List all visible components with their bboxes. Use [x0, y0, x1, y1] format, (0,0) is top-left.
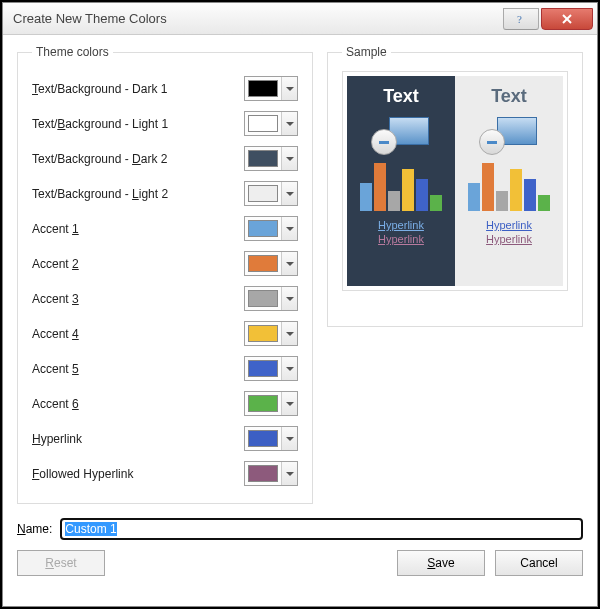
- color-row: Accent 2: [32, 246, 298, 281]
- color-swatch: [248, 80, 278, 97]
- color-dropdown[interactable]: [244, 461, 298, 486]
- chevron-down-icon: [281, 427, 297, 450]
- circle-icon: [371, 129, 397, 155]
- color-swatch: [248, 395, 278, 412]
- color-dropdown[interactable]: [244, 356, 298, 381]
- color-swatch: [248, 115, 278, 132]
- theme-colors-group: Theme colors Text/Background - Dark 1Tex…: [17, 45, 313, 504]
- sample-legend: Sample: [342, 45, 391, 59]
- name-label: Name:: [17, 522, 52, 536]
- chevron-down-icon: [281, 217, 297, 240]
- sample-text-dark: Text: [383, 86, 419, 107]
- sample-shapes-dark: [371, 117, 431, 153]
- reset-button[interactable]: Reset: [17, 550, 105, 576]
- name-row: Name:: [17, 518, 583, 540]
- sample-text-light: Text: [491, 86, 527, 107]
- color-row: Text/Background - Dark 1: [32, 71, 298, 106]
- color-label: Accent 1: [32, 222, 244, 236]
- sample-panel-dark: Text: [347, 76, 455, 286]
- color-swatch: [248, 430, 278, 447]
- sample-group: Sample Text: [327, 45, 583, 327]
- color-label: Hyperlink: [32, 432, 244, 446]
- chevron-down-icon: [281, 322, 297, 345]
- color-dropdown[interactable]: [244, 391, 298, 416]
- sample-shapes-light: [479, 117, 539, 153]
- bar-icon: [510, 169, 522, 211]
- color-swatch: [248, 255, 278, 272]
- chevron-down-icon: [281, 252, 297, 275]
- color-row: Accent 6: [32, 386, 298, 421]
- sample-panel-light: Text: [455, 76, 563, 286]
- color-row: Hyperlink: [32, 421, 298, 456]
- save-button[interactable]: Save: [397, 550, 485, 576]
- sample-followed-hyperlink: Hyperlink: [486, 233, 532, 245]
- color-row: Accent 1: [32, 211, 298, 246]
- chevron-down-icon: [281, 462, 297, 485]
- bar-icon: [496, 191, 508, 211]
- chevron-down-icon: [281, 147, 297, 170]
- color-dropdown[interactable]: [244, 76, 298, 101]
- bar-icon: [402, 169, 414, 211]
- color-swatch: [248, 150, 278, 167]
- dialog-create-theme-colors: Create New Theme Colors ? Theme colors T…: [2, 2, 598, 607]
- color-row: Accent 5: [32, 351, 298, 386]
- sample-hyperlink: Hyperlink: [486, 219, 532, 231]
- color-label: Text/Background - Light 2: [32, 187, 244, 201]
- color-dropdown[interactable]: [244, 321, 298, 346]
- sample-followed-hyperlink: Hyperlink: [378, 233, 424, 245]
- bar-icon: [482, 163, 494, 211]
- chevron-down-icon: [281, 112, 297, 135]
- bar-icon: [360, 183, 372, 211]
- color-dropdown[interactable]: [244, 286, 298, 311]
- chevron-down-icon: [281, 182, 297, 205]
- color-row: Accent 3: [32, 281, 298, 316]
- color-swatch: [248, 185, 278, 202]
- sample-chart-dark: [360, 159, 442, 211]
- close-button[interactable]: [541, 8, 593, 30]
- bar-icon: [430, 195, 442, 211]
- dialog-title: Create New Theme Colors: [13, 11, 503, 26]
- close-icon: [561, 13, 573, 25]
- circle-icon: [479, 129, 505, 155]
- color-row: Text/Background - Light 2: [32, 176, 298, 211]
- color-swatch: [248, 220, 278, 237]
- bar-icon: [524, 179, 536, 211]
- color-swatch: [248, 290, 278, 307]
- color-label: Accent 2: [32, 257, 244, 271]
- color-dropdown[interactable]: [244, 216, 298, 241]
- color-dropdown[interactable]: [244, 251, 298, 276]
- color-label: Accent 4: [32, 327, 244, 341]
- color-label: Text/Background - Light 1: [32, 117, 244, 131]
- name-input[interactable]: [60, 518, 583, 540]
- color-swatch: [248, 360, 278, 377]
- chevron-down-icon: [281, 287, 297, 310]
- bar-icon: [538, 195, 550, 211]
- dialog-content: Theme colors Text/Background - Dark 1Tex…: [3, 35, 597, 606]
- color-label: Accent 3: [32, 292, 244, 306]
- footer: Reset Save Cancel: [17, 550, 583, 576]
- svg-text:?: ?: [517, 13, 522, 25]
- help-icon: ?: [515, 13, 527, 25]
- color-label: Text/Background - Dark 2: [32, 152, 244, 166]
- bar-icon: [388, 191, 400, 211]
- sample-hyperlink: Hyperlink: [378, 219, 424, 231]
- color-row: Followed Hyperlink: [32, 456, 298, 491]
- color-dropdown[interactable]: [244, 426, 298, 451]
- bar-icon: [374, 163, 386, 211]
- sample-links-light: Hyperlink Hyperlink: [486, 219, 532, 245]
- chevron-down-icon: [281, 77, 297, 100]
- color-dropdown[interactable]: [244, 146, 298, 171]
- cancel-button[interactable]: Cancel: [495, 550, 583, 576]
- color-dropdown[interactable]: [244, 181, 298, 206]
- sample-panels: Text: [342, 71, 568, 291]
- sample-chart-light: [468, 159, 550, 211]
- color-dropdown[interactable]: [244, 111, 298, 136]
- bar-icon: [416, 179, 428, 211]
- color-label: Accent 5: [32, 362, 244, 376]
- help-button[interactable]: ?: [503, 8, 539, 30]
- theme-colors-legend: Theme colors: [32, 45, 113, 59]
- titlebar: Create New Theme Colors ?: [3, 3, 597, 35]
- color-row: Accent 4: [32, 316, 298, 351]
- color-label: Followed Hyperlink: [32, 467, 244, 481]
- bar-icon: [468, 183, 480, 211]
